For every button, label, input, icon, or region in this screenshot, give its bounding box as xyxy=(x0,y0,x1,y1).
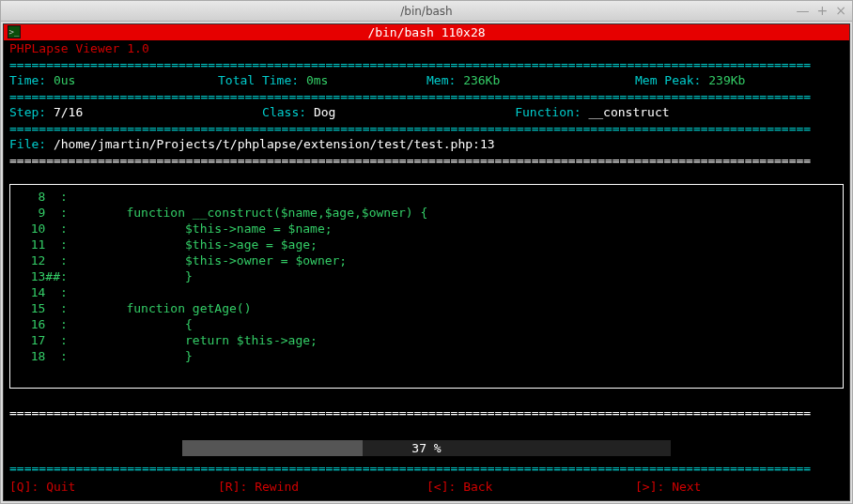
spacer xyxy=(4,168,849,184)
total-label: Total Time: xyxy=(218,73,299,87)
next-label: Next xyxy=(664,480,701,494)
stats-row-1: Time: 0us Total Time: 0ms Mem: 236Kb Mem… xyxy=(4,72,849,88)
quit-hint[interactable]: [Q]: Quit xyxy=(9,479,218,495)
total-value: 0ms xyxy=(306,73,328,87)
code-line: 9 : function __construct($name,$age,$own… xyxy=(10,205,843,221)
code-line: 14 : xyxy=(10,284,843,300)
divider: ========================================… xyxy=(4,405,849,420)
app-title: PHPLapse Viewer 1.0 xyxy=(4,40,849,56)
code-line: 15 : function getAge() xyxy=(10,300,843,316)
maximize-button[interactable]: + xyxy=(817,3,829,18)
divider: ========================================… xyxy=(4,460,849,476)
tab-bar: >_ /bin/bash 110x28 xyxy=(4,24,849,40)
quit-key: [Q]: xyxy=(9,480,39,494)
file-row: File: /home/jmartin/Projects/t/phplapse/… xyxy=(4,136,849,152)
window-title: /bin/bash xyxy=(400,5,452,18)
code-line: 18 : } xyxy=(10,348,843,364)
func-value: __construct xyxy=(588,105,669,119)
code-line: 13##: } xyxy=(10,268,843,284)
time-value: 0us xyxy=(54,73,75,87)
step-value: 7/16 xyxy=(54,105,83,119)
terminal[interactable]: >_ /bin/bash 110x28 PHPLapse Viewer 1.0 … xyxy=(3,23,850,501)
next-hint[interactable]: [>]: Next xyxy=(635,479,844,495)
rewind-hint[interactable]: [R]: Rewind xyxy=(218,479,426,495)
close-button[interactable]: × xyxy=(835,3,846,18)
divider: ========================================… xyxy=(4,56,849,72)
spacer xyxy=(4,389,849,405)
file-label: File: xyxy=(9,137,46,151)
code-line: 17 : return $this->age; xyxy=(10,332,843,348)
stats-row-2: Step: 7/16 Class: Dog Function: __constr… xyxy=(4,104,849,120)
spacer xyxy=(4,420,849,436)
progress-bar: 37 % xyxy=(182,440,671,456)
window-frame: /bin/bash — + × >_ /bin/bash 110x28 PHPL… xyxy=(0,0,853,504)
divider: ========================================… xyxy=(4,120,849,136)
code-line: 11 : $this->age = $age; xyxy=(10,237,843,252)
terminal-icon: >_ xyxy=(8,25,21,38)
tab-title: /bin/bash 110x28 xyxy=(367,24,485,40)
peak-value: 239Kb xyxy=(708,73,745,87)
footer: [Q]: Quit [R]: Rewind [<]: Back [>]: Nex… xyxy=(4,479,849,495)
window-controls: — + × xyxy=(797,3,846,18)
divider: ========================================… xyxy=(4,88,849,104)
rewind-key: [R]: xyxy=(218,480,247,494)
next-key: [>]: xyxy=(635,480,664,494)
peak-label: Mem Peak: xyxy=(635,73,701,87)
code-line: 10 : $this->name = $name; xyxy=(10,221,843,237)
divider: ========================================… xyxy=(4,152,849,168)
step-label: Step: xyxy=(9,105,46,119)
progress-wrap: 37 % xyxy=(4,436,849,460)
class-label: Class: xyxy=(262,105,306,119)
rewind-label: Rewind xyxy=(247,480,299,494)
code-line: 8 : xyxy=(10,189,843,205)
code-panel: 8 : 9 : function __construct($name,$age,… xyxy=(9,184,844,389)
code-line: 12 : $this->owner = $owner; xyxy=(10,252,843,268)
func-label: Function: xyxy=(515,105,581,119)
titlebar[interactable]: /bin/bash — + × xyxy=(1,1,852,22)
file-path: /home/jmartin/Projects/t/phplapse/extens… xyxy=(54,137,495,151)
mem-label: Mem: xyxy=(426,73,456,87)
back-label: Back xyxy=(456,480,492,494)
minimize-button[interactable]: — xyxy=(797,3,810,18)
back-hint[interactable]: [<]: Back xyxy=(426,479,635,495)
mem-value: 236Kb xyxy=(463,73,500,87)
code-line: 16 : { xyxy=(10,316,843,332)
quit-label: Quit xyxy=(39,480,75,494)
back-key: [<]: xyxy=(426,480,456,494)
class-value: Dog xyxy=(314,105,335,119)
time-label: Time: xyxy=(9,73,46,87)
progress-text: 37 % xyxy=(182,440,671,456)
